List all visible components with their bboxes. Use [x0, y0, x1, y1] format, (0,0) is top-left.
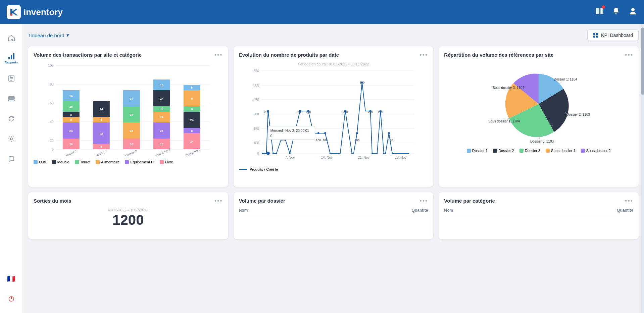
sidebar-item-flag[interactable]: 🇫🇷: [3, 270, 20, 288]
svg-text:Dossier 1: 1104: Dossier 1: 1104: [554, 77, 577, 81]
volume-dossier-menu[interactable]: •••: [419, 198, 428, 205]
svg-text:Dossier 2: 1103: Dossier 2: 1103: [566, 113, 590, 116]
svg-text:0: 0: [52, 148, 54, 151]
line-chart-menu[interactable]: •••: [419, 52, 428, 59]
pie-legend-dot-d2: [493, 149, 497, 153]
svg-text:Dossier 3: Dossier 3: [125, 149, 138, 156]
legend-alimentaire: Alimentaire: [96, 160, 119, 164]
bar-chart-title: Volume des transactions par site et caté…: [34, 52, 142, 58]
svg-text:24: 24: [190, 118, 194, 122]
svg-text:8: 8: [191, 129, 193, 133]
sidebar-bottom: 🇫🇷: [3, 270, 20, 308]
legend-dot-touret: [75, 160, 79, 164]
svg-text:24: 24: [190, 140, 194, 143]
svg-text:350: 350: [253, 69, 259, 73]
breadcrumb[interactable]: Tableau de bord ▾: [28, 32, 69, 38]
svg-text:150: 150: [253, 127, 259, 131]
bar-chart-svg: 100 80 60 40 20 0 16: [34, 62, 223, 156]
svg-text:100: 100: [354, 139, 359, 142]
pie-chart-menu[interactable]: •••: [625, 52, 633, 59]
volume-categorie-col-name: Nom: [444, 208, 453, 213]
svg-text:Sous dossier 1: 1104: Sous dossier 1: 1104: [488, 119, 520, 123]
legend-equipement-it: Equipement IT: [125, 160, 154, 164]
volume-categorie-col-qty: Quantité: [617, 208, 633, 213]
legend-dot-meuble: [52, 160, 56, 164]
svg-text:8: 8: [191, 86, 193, 89]
volume-dossier-header: Volume par dossier •••: [239, 198, 428, 205]
svg-text:16: 16: [130, 143, 133, 146]
sorties-menu[interactable]: •••: [214, 198, 223, 205]
svg-text:100: 100: [253, 141, 259, 145]
pie-legend-label-s1: Sous dossier 1: [551, 149, 576, 153]
volume-dossier-title: Volume par dossier: [239, 198, 285, 204]
svg-text:24: 24: [160, 129, 163, 133]
pie-legend-dot-d1: [467, 149, 471, 153]
svg-rect-3: [597, 8, 598, 14]
volume-categorie-menu[interactable]: •••: [625, 198, 633, 205]
svg-point-124: [307, 110, 309, 112]
svg-rect-11: [13, 53, 14, 59]
sidebar-item-power[interactable]: [3, 290, 20, 308]
breadcrumb-chevron: ▾: [66, 32, 69, 38]
svg-text:40: 40: [50, 120, 54, 124]
svg-text:80: 80: [50, 83, 54, 86]
sidebar-item-home[interactable]: [3, 30, 20, 47]
pie-chart-legend: Dossier 1 Dossier 2 Dossier 3 Sous dossi…: [467, 149, 611, 153]
kpi-dashboard-button[interactable]: KPI Dashboard: [587, 30, 639, 41]
svg-text:16: 16: [69, 143, 73, 146]
svg-text:8: 8: [100, 118, 102, 121]
sidebar-item-inventory[interactable]: [3, 90, 20, 107]
user-icon[interactable]: [629, 7, 637, 17]
svg-point-8: [631, 8, 635, 11]
svg-text:300: 300: [253, 84, 259, 87]
svg-point-137: [289, 153, 290, 154]
svg-point-139: [336, 153, 337, 154]
svg-text:28. Nov: 28. Nov: [395, 156, 406, 159]
pie-legend-dot-s1: [546, 149, 550, 153]
svg-text:8: 8: [70, 118, 72, 121]
svg-rect-21: [596, 36, 598, 38]
svg-point-126: [324, 132, 326, 134]
volume-dossier-col-qty: Quantité: [412, 208, 428, 213]
pie-legend-dot-s2: [581, 149, 585, 153]
svg-text:24: 24: [160, 97, 163, 100]
legend-line-icon: [239, 169, 247, 170]
bar-chart-container: 100 80 60 40 20 0 16: [34, 62, 223, 176]
svg-text:8: 8: [70, 113, 72, 116]
header-actions: [595, 7, 637, 17]
svg-rect-14: [8, 98, 14, 99]
pie-legend-label-d3: Dossier 3: [525, 149, 540, 153]
svg-text:24: 24: [130, 129, 133, 133]
svg-text:8: 8: [191, 107, 193, 111]
bar-chart-menu[interactable]: •••: [214, 52, 223, 59]
svg-text:250: 250: [253, 98, 259, 102]
bar-chart-header: Volume des transactions par site et caté…: [34, 52, 223, 59]
logo-k: [7, 5, 21, 19]
bell-icon[interactable]: [612, 7, 621, 17]
svg-text:16: 16: [160, 84, 163, 87]
svg-point-135: [272, 153, 274, 154]
scroll-thumb[interactable]: [641, 28, 644, 95]
svg-text:Sous dossier 2: 1104: Sous dossier 2: 1104: [493, 86, 524, 90]
pie-chart-card: Répartition du volume des références par…: [439, 46, 639, 187]
svg-point-138: [329, 153, 331, 154]
svg-point-123: [299, 110, 301, 112]
svg-text:200: 200: [253, 112, 259, 116]
sidebar-item-reports[interactable]: Rapports: [3, 50, 20, 67]
bottom-cards-row: Sorties du mois ••• 01/12/2022 - 31/12/2…: [28, 192, 639, 239]
sorties-value: 1200: [34, 212, 223, 228]
charts-row: Volume des transactions par site et caté…: [28, 46, 639, 187]
svg-text:24: 24: [130, 113, 133, 116]
svg-text:100: 100: [48, 64, 54, 67]
sidebar-item-refresh[interactable]: [3, 110, 20, 127]
sidebar-item-support[interactable]: [3, 150, 20, 168]
barcode-icon[interactable]: [595, 7, 604, 17]
pie-legend-label-d1: Dossier 1: [472, 149, 488, 153]
scroll-track[interactable]: [641, 24, 644, 313]
pie-chart-svg: Dossier 1: 1104 Dossier 2: 1103 Dossier …: [480, 62, 597, 146]
sidebar-item-tasks[interactable]: [3, 70, 20, 87]
legend-meuble: Meuble: [52, 160, 69, 164]
sidebar-item-settings[interactable]: [3, 130, 20, 148]
svg-text:16: 16: [69, 105, 73, 108]
pie-legend-dossier3: Dossier 3: [519, 149, 540, 153]
